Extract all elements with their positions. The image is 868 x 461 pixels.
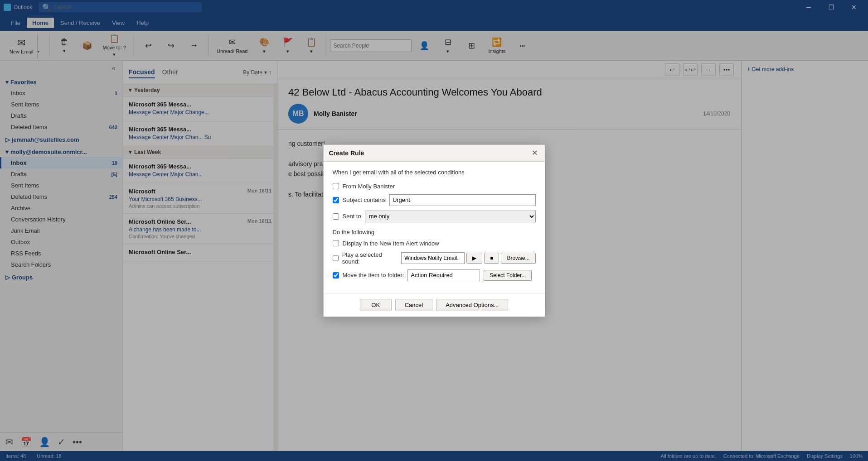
sound-controls: ▶ ■ Browse... (401, 252, 535, 264)
from-row: From Molly Banister (333, 183, 536, 190)
cancel-button[interactable]: Cancel (395, 299, 432, 311)
display-alert-label: Display in the New Item Alert window (343, 240, 439, 247)
create-rule-dialog: Create Rule ✕ When I get email with all … (323, 144, 545, 317)
from-label: From Molly Banister (343, 183, 395, 190)
modal-title: Create Rule (329, 149, 364, 157)
sound-value-input[interactable] (401, 252, 465, 264)
modal-titlebar: Create Rule ✕ (324, 145, 545, 162)
advanced-options-button[interactable]: Advanced Options... (436, 299, 508, 311)
do-following-label: Do the following (333, 229, 375, 235)
subject-value-input[interactable] (389, 194, 536, 206)
display-alert-checkbox[interactable] (333, 240, 339, 246)
modal-description: When I get email with all of the selecte… (333, 169, 536, 176)
subject-label: Subject contains (343, 197, 386, 203)
sent-to-checkbox[interactable] (333, 213, 339, 220)
browse-button[interactable]: Browse... (501, 253, 535, 264)
modal-overlay: Create Rule ✕ When I get email with all … (0, 0, 868, 461)
play-button[interactable]: ▶ (466, 253, 482, 264)
play-sound-checkbox[interactable] (333, 255, 339, 261)
subject-checkbox[interactable] (333, 197, 339, 203)
folder-name-input[interactable] (407, 269, 480, 281)
sent-to-select[interactable]: me only (365, 211, 536, 222)
modal-close-button[interactable]: ✕ (530, 149, 539, 158)
subject-row: Subject contains (333, 194, 536, 206)
select-folder-button[interactable]: Select Folder... (484, 270, 532, 281)
sent-to-row: Sent to me only (333, 211, 536, 222)
move-folder-label: Move the item to folder: (343, 272, 404, 279)
play-sound-label: Play a selected sound: (342, 251, 398, 265)
ok-button[interactable]: OK (360, 299, 392, 311)
display-alert-row: Display in the New Item Alert window (333, 240, 536, 247)
move-folder-row: Move the item to folder: Select Folder..… (333, 269, 536, 281)
from-checkbox[interactable] (333, 183, 339, 189)
play-sound-row: Play a selected sound: ▶ ■ Browse... (333, 251, 536, 265)
modal-body: When I get email with all of the selecte… (324, 162, 545, 293)
do-following-section: Do the following (333, 229, 536, 235)
stop-button[interactable]: ■ (484, 253, 499, 264)
sent-to-label: Sent to (343, 213, 361, 220)
modal-footer: OK Cancel Advanced Options... (324, 293, 545, 317)
move-folder-checkbox[interactable] (333, 272, 339, 279)
